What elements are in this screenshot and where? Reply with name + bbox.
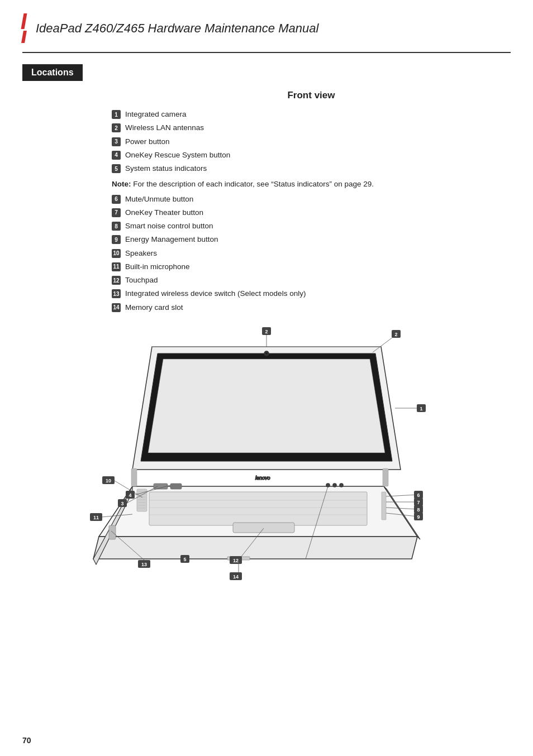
- svg-point-13: [265, 352, 268, 355]
- badge-4: 4: [112, 151, 121, 160]
- list-item: 12 Touchpad: [112, 275, 511, 286]
- item-label-5: System status indicators: [125, 163, 207, 174]
- list-item: 3 Power button: [112, 136, 511, 147]
- svg-rect-32: [109, 525, 116, 539]
- svg-point-20: [333, 484, 336, 487]
- note-line: Note: For the description of each indica…: [112, 179, 511, 190]
- svg-text:13: 13: [141, 562, 147, 567]
- svg-text:2: 2: [394, 332, 397, 337]
- list-item: 7 OneKey Theater button: [112, 207, 511, 218]
- svg-text:9: 9: [417, 514, 420, 520]
- page-header: IdeaPad Z460/Z465 Hardware Maintenance M…: [0, 0, 533, 52]
- item-label-1: Integrated camera: [125, 109, 187, 120]
- svg-rect-31: [170, 484, 182, 489]
- item-label-4: OneKey Rescue System button: [125, 150, 230, 161]
- badge-3: 3: [112, 137, 121, 146]
- svg-marker-11: [148, 359, 385, 453]
- svg-rect-18: [382, 492, 386, 520]
- front-view-title: Front view: [112, 90, 511, 101]
- item-label-2: Wireless LAN antennas: [125, 122, 204, 133]
- badge-11: 11: [112, 262, 121, 271]
- badge-8: 8: [112, 222, 121, 231]
- badge-9: 9: [112, 235, 121, 244]
- svg-text:3: 3: [121, 501, 123, 506]
- list-item: 14 Memory card slot: [112, 302, 511, 313]
- item-label-11: Built-in microphone: [125, 261, 190, 272]
- svg-line-37: [373, 336, 395, 352]
- list-item: 2 Wireless LAN antennas: [112, 122, 511, 133]
- svg-text:8: 8: [417, 507, 420, 513]
- svg-rect-15: [131, 468, 137, 486]
- svg-text:lenovo: lenovo: [255, 475, 270, 481]
- svg-text:7: 7: [417, 500, 420, 505]
- item-label-3: Power button: [125, 136, 170, 147]
- badge-1: 1: [112, 110, 121, 119]
- header-divider: [22, 52, 511, 53]
- badge-7: 7: [112, 208, 121, 217]
- svg-text:6: 6: [417, 492, 420, 498]
- svg-point-21: [340, 484, 343, 487]
- logo: IdeaPad Z460/Z465 Hardware Maintenance M…: [22, 13, 318, 43]
- item-label-6: Mute/Unmute button: [125, 194, 193, 205]
- svg-text:2: 2: [265, 329, 268, 334]
- list-item: 6 Mute/Unmute button: [112, 194, 511, 205]
- svg-text:5: 5: [183, 557, 186, 562]
- section-label: Locations: [22, 64, 83, 81]
- svg-text:12: 12: [233, 558, 239, 563]
- svg-rect-8: [233, 523, 294, 533]
- badge-6: 6: [112, 195, 121, 204]
- item-label-10: Speakers: [125, 248, 157, 259]
- page-number: 70: [22, 736, 31, 745]
- svg-rect-4: [149, 492, 367, 525]
- svg-text:4: 4: [129, 492, 131, 498]
- svg-rect-16: [383, 468, 388, 486]
- note-text: For the description of each indicator, s…: [131, 180, 374, 188]
- item-label-13: Integrated wireless device switch (Selec…: [125, 288, 306, 299]
- item-label-14: Memory card slot: [125, 302, 183, 313]
- list-item: 11 Built-in microphone: [112, 261, 511, 272]
- svg-text:14: 14: [233, 574, 239, 580]
- svg-text:11: 11: [93, 515, 99, 520]
- main-content: Front view 1 Integrated camera 2 Wireles…: [0, 90, 533, 604]
- badge-10: 10: [112, 249, 121, 258]
- item-label-7: OneKey Theater button: [125, 207, 203, 218]
- list-item: 8 Smart noise control button: [112, 221, 511, 232]
- diagram-area: lenovo: [22, 324, 511, 604]
- logo-icon: [22, 13, 26, 43]
- items-list: 1 Integrated camera 2 Wireless LAN anten…: [112, 109, 511, 174]
- badge-14: 14: [112, 303, 121, 312]
- list-item: 5 System status indicators: [112, 163, 511, 174]
- list-item: 13 Integrated wireless device switch (Se…: [112, 288, 511, 299]
- header-title: IdeaPad Z460/Z465 Hardware Maintenance M…: [36, 21, 318, 36]
- list-item: 4 OneKey Rescue System button: [112, 150, 511, 161]
- badge-2: 2: [112, 123, 121, 132]
- badge-5: 5: [112, 164, 121, 173]
- items-list-2: 6 Mute/Unmute button 7 OneKey Theater bu…: [112, 194, 511, 313]
- item-label-8: Smart noise control button: [125, 221, 213, 232]
- list-item: 10 Speakers: [112, 248, 511, 259]
- svg-text:1: 1: [420, 406, 422, 412]
- badge-13: 13: [112, 289, 121, 298]
- badge-12: 12: [112, 276, 121, 285]
- list-item: 9 Energy Management button: [112, 234, 511, 245]
- svg-marker-1: [93, 537, 417, 559]
- item-label-9: Energy Management button: [125, 234, 218, 245]
- laptop-diagram: lenovo: [71, 324, 462, 592]
- list-item: 1 Integrated camera: [112, 109, 511, 120]
- item-label-12: Touchpad: [125, 275, 158, 286]
- svg-text:10: 10: [106, 478, 111, 484]
- note-label: Note:: [112, 180, 131, 188]
